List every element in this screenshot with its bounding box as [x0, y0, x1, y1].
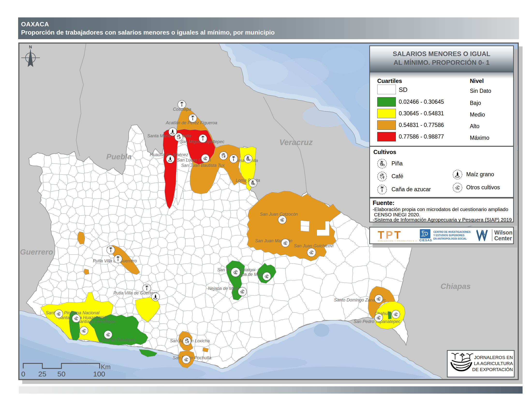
svg-text:0: 0 — [21, 370, 25, 378]
svg-text:Santiago Jamiltepec: Santiago Jamiltepec — [77, 319, 116, 324]
svg-text:Puebla: Puebla — [106, 152, 132, 161]
svg-text:San Juan Guichicovi: San Juan Guichicovi — [294, 243, 334, 248]
svg-text:Km: Km — [101, 363, 111, 371]
svg-text:San Pedro Pochutla: San Pedro Pochutla — [173, 355, 211, 360]
svg-text:N: N — [29, 45, 32, 49]
svg-text:Veracruz: Veracruz — [279, 138, 313, 147]
svg-text:Guerrero: Guerrero — [20, 248, 53, 256]
svg-text:25: 25 — [38, 370, 46, 378]
svg-text:San Juan Cotzocón: San Juan Cotzocón — [260, 212, 298, 217]
svg-text:Santa María Chilchotla: Santa María Chilchotla — [147, 133, 191, 138]
svg-text:100: 100 — [93, 370, 105, 378]
svg-text:San Juan Bautista Tux: San Juan Bautista Tux — [181, 163, 225, 168]
svg-text:Chiapas: Chiapas — [441, 282, 471, 291]
svg-text:50: 50 — [57, 370, 65, 378]
svg-text:Santiago Pinotepa Nacional: Santiago Pinotepa Nacional — [46, 310, 100, 315]
svg-text:Putla Villa de Guerrero: Putla Villa de Guerrero — [114, 291, 157, 295]
